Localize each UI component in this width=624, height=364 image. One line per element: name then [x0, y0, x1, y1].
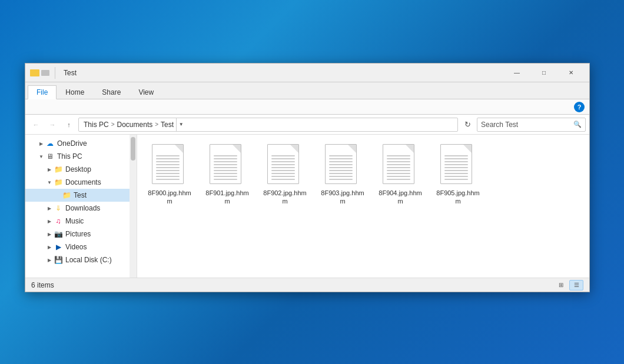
- file-item-5[interactable]: 8F904.jpg.hhmm: [374, 141, 427, 209]
- ribbon-actions: ?: [25, 99, 589, 114]
- file-explorer-window: Test — □ ✕ File Home Share View ? ← → ↑ …: [25, 63, 590, 292]
- tab-file[interactable]: File: [28, 85, 57, 99]
- sidebar-item-local-disk[interactable]: ▶ 💾 Local Disk (C:): [25, 253, 137, 266]
- doc-lines-2: [214, 155, 237, 180]
- title-folder-icon: [30, 69, 39, 76]
- grid-view-button[interactable]: ⊞: [554, 280, 568, 290]
- file-item-2[interactable]: 8F901.jpg.hhmm: [201, 141, 254, 209]
- sidebar-item-desktop[interactable]: ▶ 📁 Desktop: [25, 163, 137, 176]
- file-icon-2: [210, 144, 245, 186]
- doc-lines-6: [444, 155, 468, 180]
- expand-videos-arrow: ▶: [45, 243, 54, 251]
- desktop-icon: 📁: [54, 165, 63, 173]
- expand-onedrive-arrow: ▶: [37, 139, 45, 148]
- local-disk-icon: 💾: [54, 256, 63, 264]
- search-box[interactable]: 🔍: [477, 118, 586, 132]
- expand-music-arrow: ▶: [45, 217, 54, 225]
- sidebar-label-onedrive: OneDrive: [57, 139, 87, 148]
- sidebar-label-test: Test: [74, 191, 87, 199]
- expand-this-pc-arrow: ▼: [37, 152, 45, 161]
- expand-local-disk-arrow: ▶: [45, 256, 54, 264]
- sidebar-item-onedrive[interactable]: ▶ ☁ OneDrive: [25, 137, 137, 150]
- file-item-4[interactable]: 8F903.jpg.hhmm: [316, 141, 369, 209]
- close-button[interactable]: ✕: [557, 64, 585, 82]
- maximize-button[interactable]: □: [530, 64, 557, 82]
- sidebar-item-test[interactable]: 📁 Test: [25, 189, 137, 202]
- sidebar-label-this-pc: This PC: [57, 152, 82, 161]
- list-view-button[interactable]: ☰: [569, 280, 583, 290]
- sidebar-scrollbar[interactable]: [130, 135, 137, 278]
- music-icon: ♫: [54, 217, 63, 225]
- refresh-button[interactable]: ↻: [460, 118, 474, 132]
- expand-desktop-arrow: ▶: [45, 165, 54, 173]
- tab-share[interactable]: Share: [93, 85, 130, 99]
- path-test-label: Test: [161, 121, 174, 129]
- doc-icon-1: [152, 144, 184, 184]
- doc-icon-3: [267, 144, 299, 184]
- this-pc-icon: 🖥: [45, 152, 55, 161]
- title-separator: [55, 67, 55, 79]
- pictures-icon: 📷: [54, 230, 63, 238]
- path-dropdown-button[interactable]: ▼: [176, 118, 185, 132]
- address-bar: ← → ↑ This PC > Documents > Test ▼ ↻ 🔍: [25, 115, 589, 135]
- file-name-3: 8F902.jpg.hhmm: [262, 189, 308, 206]
- doc-icon-6: [440, 144, 472, 184]
- sidebar-item-videos[interactable]: ▶ ▶ Videos: [25, 241, 137, 253]
- doc-lines-4: [329, 155, 353, 180]
- up-button[interactable]: ↑: [62, 118, 76, 132]
- doc-lines-1: [156, 155, 180, 180]
- expand-test-arrow: [54, 191, 62, 199]
- expand-downloads-arrow: ▶: [45, 204, 54, 212]
- sidebar-item-downloads[interactable]: ▶ ⇓ Downloads: [25, 202, 137, 215]
- path-this-pc[interactable]: This PC: [84, 121, 109, 129]
- path-sep-1: >: [111, 121, 115, 128]
- ribbon: File Home Share View ?: [25, 82, 589, 115]
- sidebar-item-music[interactable]: ▶ ♫ Music: [25, 215, 137, 228]
- window-controls: — □ ✕: [503, 64, 585, 82]
- sidebar: ▶ ☁ OneDrive ▼ 🖥 This PC ▶ 📁 Desktop ▼ 📁…: [25, 135, 137, 278]
- test-folder-icon: 📁: [62, 191, 71, 199]
- path-documents-label: Documents: [117, 121, 153, 129]
- path-documents[interactable]: Documents: [117, 121, 153, 129]
- sidebar-item-documents[interactable]: ▼ 📁 Documents: [25, 176, 137, 189]
- item-count: 6 items: [31, 281, 54, 289]
- sidebar-label-desktop: Desktop: [65, 165, 91, 173]
- search-icon: 🔍: [573, 121, 582, 128]
- file-item-1[interactable]: 8F900.jpg.hhmm: [143, 141, 196, 209]
- window-title: Test: [64, 69, 503, 77]
- sidebar-item-this-pc[interactable]: ▼ 🖥 This PC: [25, 150, 137, 163]
- sidebar-item-pictures[interactable]: ▶ 📷 Pictures: [25, 228, 137, 241]
- tab-home[interactable]: Home: [57, 85, 93, 99]
- title-bar-icons: [30, 67, 59, 79]
- file-item-6[interactable]: 8F905.jpg.hhmm: [432, 141, 484, 209]
- status-bar: 6 items ⊞ ☰: [25, 278, 589, 292]
- sidebar-label-videos: Videos: [65, 243, 87, 251]
- file-name-6: 8F905.jpg.hhmm: [435, 189, 481, 206]
- minimize-button[interactable]: —: [503, 64, 530, 82]
- doc-icon-5: [383, 144, 414, 184]
- file-area: 8F900.jpg.hhmm: [137, 135, 589, 278]
- doc-icon-2: [210, 144, 241, 184]
- address-path[interactable]: This PC > Documents > Test ▼: [78, 118, 458, 132]
- file-icon-4: [325, 144, 360, 186]
- title-small-icon: [41, 70, 49, 76]
- forward-button[interactable]: →: [45, 118, 59, 132]
- sidebar-label-local-disk: Local Disk (C:): [65, 256, 112, 264]
- back-button[interactable]: ←: [29, 118, 43, 132]
- file-name-1: 8F900.jpg.hhmm: [147, 189, 192, 206]
- downloads-icon: ⇓: [54, 204, 63, 212]
- file-icon-3: [267, 144, 303, 186]
- help-button[interactable]: ?: [574, 102, 585, 112]
- file-item-3[interactable]: 8F902.jpg.hhmm: [258, 141, 311, 209]
- search-input[interactable]: [481, 121, 571, 129]
- view-buttons: ⊞ ☰: [554, 280, 583, 290]
- expand-pictures-arrow: ▶: [45, 230, 54, 238]
- onedrive-icon: ☁: [45, 139, 55, 148]
- documents-icon: 📁: [54, 178, 63, 186]
- tab-view[interactable]: View: [130, 85, 162, 99]
- path-this-pc-label: This PC: [84, 121, 109, 129]
- path-test[interactable]: Test: [161, 121, 174, 129]
- doc-icon-4: [325, 144, 357, 184]
- sidebar-label-documents: Documents: [65, 178, 101, 186]
- file-name-5: 8F904.jpg.hhmm: [377, 189, 423, 206]
